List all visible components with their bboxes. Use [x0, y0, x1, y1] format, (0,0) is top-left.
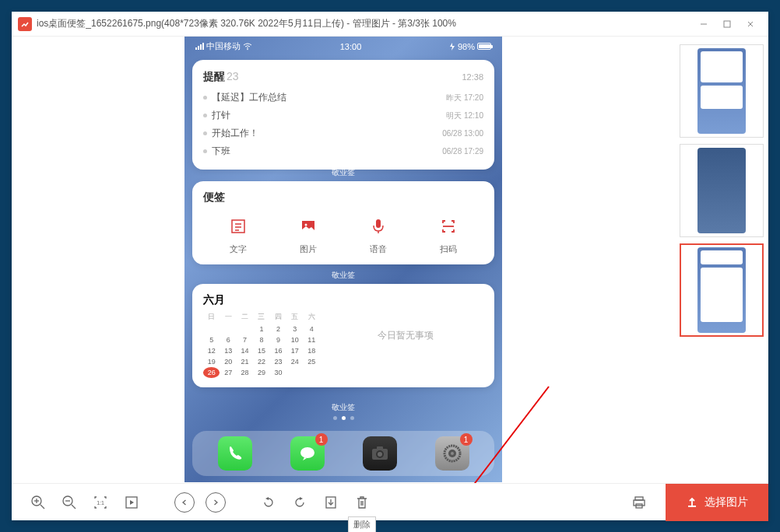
window-title: ios桌面便签_1652261675.png(408*723像素 320.76K… — [37, 17, 692, 30]
chevron-left-icon — [174, 492, 195, 513]
close-icon — [746, 19, 755, 29]
one-to-one-icon: 1:1 — [93, 495, 108, 510]
chevron-right-icon — [206, 492, 226, 513]
reminder-item: 下班06/28 17:29 — [203, 142, 483, 160]
phone-screenshot: 中国移动 13:00 98% 提醒23 12:38 — [184, 37, 502, 482]
notes-scan-item: 扫码 — [436, 214, 461, 255]
zoom-in-icon — [30, 495, 46, 510]
calendar-title: 六月 — [203, 293, 320, 307]
rotate-left-button[interactable] — [258, 492, 279, 513]
zoom-out-icon — [61, 495, 77, 510]
reminder-item: 开始工作！06/28 13:00 — [203, 124, 483, 142]
svg-point-8 — [305, 224, 307, 226]
download-icon — [323, 495, 339, 510]
calendar-grid: 日一二三四五六123456789101112131415161718192021… — [203, 310, 320, 378]
signal-icon — [195, 43, 204, 50]
play-icon — [124, 495, 139, 510]
badge: 1 — [460, 433, 473, 446]
svg-rect-1 — [724, 21, 730, 27]
rotate-right-button[interactable] — [289, 492, 311, 513]
camera-app-icon — [363, 436, 397, 471]
thumbnail-2[interactable] — [680, 144, 764, 237]
charging-icon — [449, 43, 455, 51]
rotate-left-icon — [261, 495, 276, 510]
minimize-button[interactable] — [692, 13, 715, 35]
thumbnail-3[interactable] — [680, 243, 764, 337]
svg-text:1:1: 1:1 — [97, 500, 104, 506]
calendar-empty: 今日暂无事项 — [328, 293, 483, 378]
svg-point-2 — [247, 48, 248, 50]
close-button[interactable] — [739, 13, 762, 35]
svg-rect-16 — [377, 446, 383, 450]
maximize-icon — [722, 19, 732, 29]
wifi-icon — [243, 43, 252, 51]
battery-icon — [477, 43, 491, 50]
reminder-item: 【延迟】工作总结昨天 17:20 — [203, 89, 483, 107]
svg-point-19 — [451, 452, 454, 455]
notes-text-item: 文字 — [226, 214, 251, 255]
actual-size-button[interactable]: 1:1 — [90, 492, 111, 513]
delete-tooltip: 删除 — [348, 516, 376, 533]
printer-icon — [631, 495, 647, 510]
svg-line-23 — [40, 505, 44, 509]
titlebar: ios桌面便签_1652261675.png(408*723像素 320.76K… — [12, 12, 768, 37]
notes-title: 便签 — [203, 191, 483, 205]
zoom-out-button[interactable] — [58, 492, 80, 513]
delete-button[interactable]: 删除 — [351, 492, 373, 513]
thumbnail-1[interactable] — [680, 44, 764, 138]
widget-label: 敬业签 — [184, 402, 502, 413]
text-icon — [226, 214, 251, 239]
phone-app-icon — [218, 436, 252, 471]
thumbnail-sidebar — [675, 37, 768, 483]
select-image-button[interactable]: 选择图片 — [666, 484, 768, 521]
app-logo-icon — [18, 17, 32, 31]
notes-image-item: 图片 — [296, 214, 321, 255]
maximize-button[interactable] — [715, 13, 739, 35]
messages-app-icon: 1 — [290, 436, 325, 471]
reminder-item: 打针明天 12:10 — [203, 107, 483, 124]
svg-point-12 — [300, 447, 314, 458]
zoom-in-button[interactable] — [27, 492, 49, 513]
svg-line-27 — [72, 505, 76, 509]
reminders-title: 提醒 — [203, 70, 225, 82]
window-controls — [692, 13, 762, 35]
svg-point-15 — [378, 452, 382, 457]
download-button[interactable] — [320, 492, 342, 513]
page-dots — [184, 416, 502, 420]
upload-icon — [686, 496, 698, 509]
next-button[interactable] — [205, 492, 227, 513]
phone-clock: 13:00 — [340, 42, 362, 51]
carrier-label: 中国移动 — [206, 40, 241, 52]
print-button[interactable] — [628, 492, 650, 513]
content-area: 中国移动 13:00 98% 提醒23 12:38 — [12, 37, 768, 483]
battery-label: 98% — [458, 42, 475, 51]
select-image-label: 选择图片 — [704, 495, 748, 509]
widget-label: 敬业签 — [184, 167, 502, 178]
microphone-icon — [366, 214, 391, 239]
scan-icon — [436, 214, 461, 239]
slideshow-button[interactable] — [121, 492, 142, 513]
prev-button[interactable] — [174, 492, 195, 513]
reminders-clock: 12:38 — [462, 72, 483, 82]
phone-statusbar: 中国移动 13:00 98% — [184, 37, 502, 56]
widget-label: 敬业签 — [184, 270, 502, 281]
image-viewer[interactable]: 中国移动 13:00 98% 提醒23 12:38 — [12, 37, 675, 483]
reminders-widget: 提醒23 12:38 【延迟】工作总结昨天 17:20 打针明天 12:10 开… — [192, 60, 494, 170]
calendar-widget: 六月 日一二三四五六123456789101112131415161718192… — [192, 284, 494, 387]
minimize-icon — [699, 19, 708, 29]
settings-app-icon: 1 — [435, 436, 469, 471]
badge: 1 — [315, 433, 328, 446]
phone-dock: 1 1 — [192, 431, 494, 476]
app-window: ios桌面便签_1652261675.png(408*723像素 320.76K… — [12, 12, 768, 520]
svg-rect-9 — [376, 219, 381, 228]
reminders-count: 23 — [227, 70, 239, 82]
notes-voice-item: 语音 — [366, 214, 391, 255]
image-icon — [296, 214, 321, 239]
svg-rect-34 — [634, 500, 645, 506]
notes-widget: 便签 文字 图片 语音 — [192, 181, 494, 264]
rotate-right-icon — [292, 495, 307, 510]
trash-icon — [354, 495, 370, 510]
bottom-toolbar: 1:1 删除 选择图片 — [12, 483, 768, 520]
